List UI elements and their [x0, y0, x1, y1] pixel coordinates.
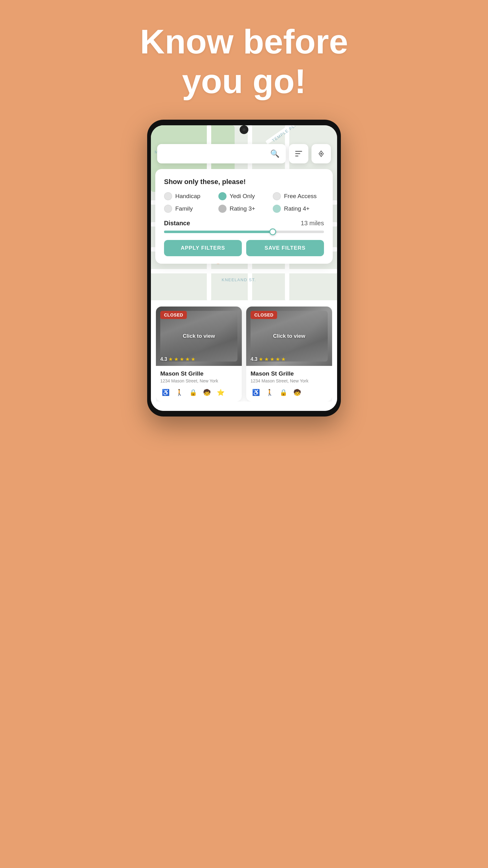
rating-number-2: 4.3 — [250, 356, 257, 362]
distance-value: 13 miles — [301, 220, 324, 227]
star-2: ★ — [174, 356, 178, 362]
hero-title: Know before you go! — [115, 22, 373, 101]
star-4: ★ — [185, 356, 190, 362]
filter-label-family: Family — [175, 205, 193, 212]
distance-slider[interactable] — [164, 230, 324, 233]
filter-radio-rating4 — [273, 205, 281, 213]
filter-radio-yedi-only — [218, 192, 226, 200]
family-icon-1: 🚶 — [174, 387, 185, 398]
location-button[interactable] — [311, 144, 331, 163]
card-icons-row-2: ♿ 🚶 🔒 🧒 — [250, 387, 328, 398]
venue-card-2[interactable]: CLOSED Click to view 4.3 ★ ★ ★ ★ ★ Mason… — [246, 307, 332, 402]
map-road — [151, 269, 337, 273]
filter-radio-family — [164, 205, 172, 213]
filter-label-handicap: Handicap — [175, 193, 200, 200]
search-icon: 🔍 — [270, 149, 280, 158]
star2-5: ★ — [281, 356, 285, 362]
distance-label: Distance — [164, 220, 190, 227]
venue-card-1[interactable]: CLOSED Click to view 4.3 ★ ★ ★ ★ ★ Mason… — [156, 307, 242, 402]
filter-radio-handicap — [164, 192, 172, 200]
filter-label-free-access: Free Access — [284, 193, 317, 200]
apply-filters-button[interactable]: APPLY FILTERS — [164, 240, 242, 256]
svg-rect-0 — [295, 151, 302, 152]
star2-4: ★ — [276, 356, 280, 362]
filter-button[interactable] — [289, 144, 308, 163]
filter-option-yedi-only[interactable]: Yedi Only — [218, 192, 270, 200]
filter-option-free-access[interactable]: Free Access — [273, 192, 324, 200]
cards-section: CLOSED Click to view 4.3 ★ ★ ★ ★ ★ Mason… — [151, 300, 337, 411]
star2-2: ★ — [264, 356, 269, 362]
card-info-1: Mason St Grille 1234 Mason Street, New Y… — [156, 366, 242, 402]
filter-radio-free-access — [273, 192, 281, 200]
closed-badge-1: CLOSED — [160, 311, 187, 319]
filter-panel: Show only these, please! Handicap Yedi O… — [155, 169, 333, 264]
cards-row: CLOSED Click to view 4.3 ★ ★ ★ ★ ★ Mason… — [156, 307, 332, 402]
distance-row: Distance 13 miles — [164, 220, 324, 227]
rating-number-1: 4.3 — [160, 356, 167, 362]
star-icon-1: ⭐ — [215, 387, 226, 398]
save-filters-button[interactable]: SAVE FILTERS — [246, 240, 324, 256]
child-icon-1: 🧒 — [202, 387, 212, 398]
svg-rect-2 — [295, 156, 298, 157]
lock-icon-2: 🔒 — [278, 387, 289, 398]
slider-thumb[interactable] — [269, 228, 276, 235]
handicap-icon-1: ♿ — [160, 387, 171, 398]
filter-options-grid: Handicap Yedi Only Free Access Family — [164, 192, 324, 213]
filter-option-rating4[interactable]: Rating 4+ — [273, 205, 324, 213]
card-rating-row-2: 4.3 ★ ★ ★ ★ ★ — [250, 356, 285, 362]
card-name-1: Mason St Grille — [160, 370, 238, 377]
card-image-wrap-2: CLOSED Click to view 4.3 ★ ★ ★ ★ ★ — [246, 307, 332, 366]
filter-panel-title: Show only these, please! — [164, 178, 324, 186]
card-image-wrap-1: CLOSED Click to view 4.3 ★ ★ ★ ★ ★ — [156, 307, 242, 366]
map-area: TEMPLE PL. MON WASHINGTON ST. STUART ST.… — [151, 125, 337, 300]
click-to-view-1: Click to view — [183, 333, 215, 339]
phone-device: TEMPLE PL. MON WASHINGTON ST. STUART ST.… — [147, 120, 341, 416]
slider-fill — [164, 230, 273, 233]
filter-label-rating3: Rating 3+ — [230, 205, 255, 212]
card-name-2: Mason St Grille — [250, 370, 328, 377]
star2-3: ★ — [270, 356, 274, 362]
lock-icon-1: 🔒 — [188, 387, 199, 398]
search-input-box[interactable]: 🔍 — [157, 144, 286, 163]
click-to-view-2: Click to view — [273, 333, 305, 339]
card-info-2: Mason St Grille 1234 Mason Street, New Y… — [246, 366, 332, 402]
closed-badge-2: CLOSED — [250, 311, 277, 319]
star2-1: ★ — [259, 356, 263, 362]
filter-radio-rating3 — [218, 205, 226, 213]
phone-screen: TEMPLE PL. MON WASHINGTON ST. STUART ST.… — [151, 125, 337, 411]
filter-option-handicap[interactable]: Handicap — [164, 192, 215, 200]
card-address-2: 1234 Mason Street, New York — [250, 378, 328, 383]
star-1: ★ — [169, 356, 173, 362]
star-5: ★ — [191, 356, 195, 362]
card-address-1: 1234 Mason Street, New York — [160, 378, 238, 383]
card-rating-row-1: 4.3 ★ ★ ★ ★ ★ — [160, 356, 195, 362]
street-label-kneeland: KNEELAND ST. — [221, 277, 256, 282]
card-icons-row-1: ♿ 🚶 🔒 🧒 ⭐ — [160, 387, 238, 398]
filter-label-yedi-only: Yedi Only — [230, 193, 255, 200]
family-icon-2: 🚶 — [264, 387, 275, 398]
svg-rect-1 — [295, 153, 300, 154]
star-3: ★ — [180, 356, 184, 362]
camera-notch — [240, 125, 248, 134]
filter-option-rating3[interactable]: Rating 3+ — [218, 205, 270, 213]
filter-buttons: APPLY FILTERS SAVE FILTERS — [164, 240, 324, 256]
search-bar-row: 🔍 — [157, 144, 331, 163]
handicap-icon-2: ♿ — [250, 387, 261, 398]
child-icon-2: 🧒 — [292, 387, 302, 398]
filter-label-rating4: Rating 4+ — [284, 205, 310, 212]
filter-option-family[interactable]: Family — [164, 205, 215, 213]
